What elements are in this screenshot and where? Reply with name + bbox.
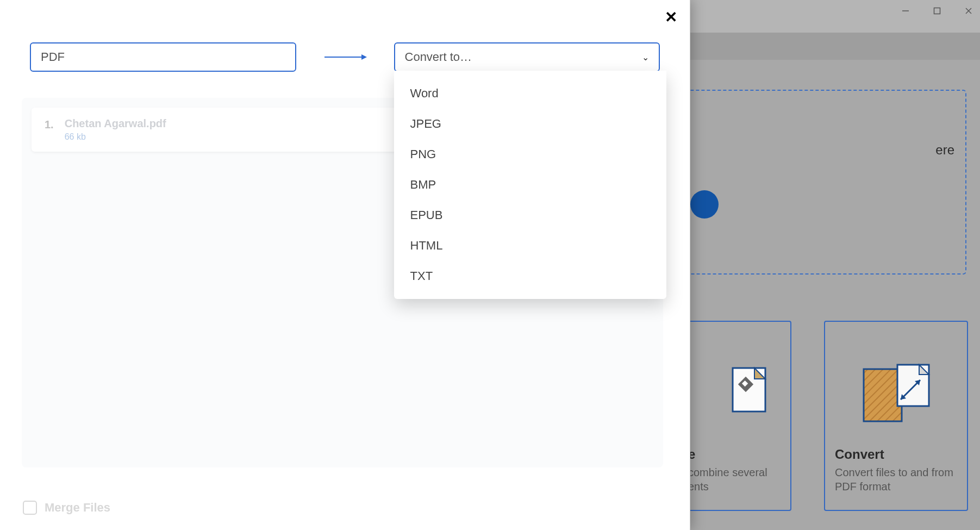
source-format-input[interactable]: PDF <box>30 42 296 72</box>
dropdown-option-word[interactable]: Word <box>394 78 666 109</box>
convert-icon <box>858 354 934 436</box>
merge-files-label: Merge Files <box>45 501 110 515</box>
dropdown-option-html[interactable]: HTML <box>394 230 666 261</box>
merge-card-desc-1: combine several <box>678 465 767 479</box>
svg-marker-16 <box>361 54 367 60</box>
drop-zone-hint: ere <box>935 142 954 158</box>
source-format-value: PDF <box>41 50 65 64</box>
dropdown-option-jpeg[interactable]: JPEG <box>394 109 666 139</box>
svg-rect-1 <box>934 8 940 14</box>
file-info: Chetan Agarwal.pdf 66 kb <box>65 117 166 142</box>
window-controls <box>897 4 977 17</box>
merge-icon <box>727 354 771 436</box>
convert-card-title: Convert <box>835 447 884 462</box>
feature-card-merge[interactable]: e combine several ents <box>677 321 791 511</box>
dropdown-option-epub[interactable]: EPUB <box>394 200 666 230</box>
window-minimize-button[interactable] <box>897 4 914 17</box>
chevron-down-icon: ⌄ <box>642 52 649 63</box>
dropdown-option-bmp[interactable]: BMP <box>394 170 666 200</box>
target-format-placeholder: Convert to… <box>405 50 472 64</box>
close-button[interactable]: ✕ <box>661 8 680 26</box>
close-icon: ✕ <box>665 8 677 26</box>
window-maximize-button[interactable] <box>929 4 945 17</box>
dropdown-option-png[interactable]: PNG <box>394 139 666 170</box>
svg-rect-10 <box>864 369 902 421</box>
target-format-menu: Word JPEG PNG BMP EPUB HTML TXT <box>394 71 666 299</box>
convert-modal: ✕ PDF Convert to… ⌄ Word JPEG PNG BMP EP… <box>0 0 690 530</box>
feature-card-convert[interactable]: Convert Convert files to and from PDF fo… <box>824 321 968 511</box>
merge-files-option[interactable]: Merge Files <box>23 501 110 515</box>
convert-card-desc: Convert files to and from PDF format <box>835 465 957 494</box>
file-size: 66 kb <box>65 132 166 142</box>
conversion-row: PDF Convert to… ⌄ Word JPEG PNG BMP EPUB… <box>30 42 660 72</box>
feature-card-row: e combine several ents Convert Co <box>677 321 968 511</box>
file-name: Chetan Agarwal.pdf <box>65 117 166 130</box>
add-file-button[interactable] <box>690 190 719 219</box>
dropdown-option-txt[interactable]: TXT <box>394 261 666 291</box>
window-close-button[interactable] <box>960 4 977 17</box>
arrow-icon <box>323 53 367 61</box>
file-index: 1. <box>45 117 54 131</box>
target-format-dropdown[interactable]: Convert to… ⌄ <box>394 42 660 72</box>
merge-files-checkbox[interactable] <box>23 501 37 515</box>
target-format-wrapper: Convert to… ⌄ Word JPEG PNG BMP EPUB HTM… <box>394 42 660 72</box>
